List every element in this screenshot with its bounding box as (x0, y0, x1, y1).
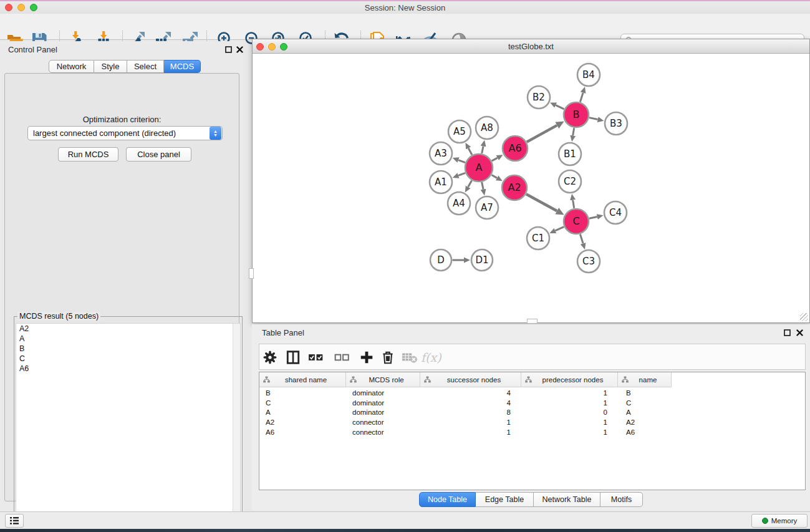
optimization-criterion-label: Optimization criterion: (5, 115, 239, 124)
sort-icon[interactable] (525, 376, 532, 383)
tab-mcds[interactable]: MCDS (164, 60, 201, 73)
graph-edge-A-A4[interactable] (468, 180, 472, 186)
network-close-icon[interactable] (256, 43, 264, 51)
table-cell: C (259, 399, 346, 407)
delete-column-button[interactable] (378, 348, 397, 367)
column-header-successor-nodes[interactable]: successor nodes (420, 372, 521, 387)
result-item[interactable]: A6 (16, 364, 240, 374)
settings-button[interactable] (261, 348, 279, 367)
table-close-icon[interactable] (794, 327, 804, 337)
table-row[interactable]: A6connector11A6 (259, 427, 805, 437)
float-panel-icon[interactable] (223, 44, 233, 54)
graph-node-label: B2 (533, 92, 545, 103)
dropdown-stepper-icon: ▲▼ (210, 127, 221, 140)
graph-edge-A-A5[interactable] (468, 148, 472, 155)
table-cell: dominator (346, 389, 420, 397)
tab-select[interactable]: Select (127, 60, 164, 73)
sort-icon[interactable] (622, 376, 629, 383)
graph-edge-C-C3[interactable] (580, 235, 583, 244)
graph-edge-A-A8[interactable] (482, 146, 483, 153)
tab-style[interactable]: Style (94, 60, 127, 73)
app-titlebar: Session: New Session (0, 1, 810, 14)
deselect-all-button[interactable] (333, 348, 352, 367)
network-canvas[interactable]: AA6A2BCA5A8A3A1A4A7B2B4B3B1C2C4C1C3DD1 (253, 54, 809, 322)
table-cell: A2 (618, 418, 672, 426)
sort-icon[interactable] (263, 376, 270, 383)
graph-edge-A-A3[interactable] (458, 160, 465, 163)
graph-node-label: C1 (532, 233, 544, 244)
result-scrollbar[interactable] (233, 324, 240, 529)
tab-edge-table[interactable]: Edge Table (476, 492, 534, 507)
close-panel-button[interactable]: Close panel (126, 147, 191, 162)
column-header-name[interactable]: name (618, 372, 672, 387)
table-row[interactable]: Bdominator41B (259, 388, 805, 398)
mcds-result-title: MCDS result (5 nodes) (17, 312, 100, 321)
add-column-button[interactable] (357, 348, 376, 367)
optimization-criterion-dropdown[interactable]: largest connected component (directed) ▲… (27, 126, 223, 140)
graph-edge-C-C4[interactable] (589, 217, 597, 219)
table-cell: 1 (521, 399, 618, 407)
graph-edge-A6-B[interactable] (527, 125, 557, 142)
sort-icon[interactable] (424, 376, 431, 383)
graph-node-label: A7 (481, 202, 493, 213)
table-float-icon[interactable] (782, 327, 792, 337)
graph-edge-B-B2[interactable] (556, 105, 564, 109)
result-item[interactable]: A2 (16, 324, 240, 334)
sort-icon[interactable] (350, 376, 357, 383)
network-graph: AA6A2BCA5A8A3A1A4A7B2B4B3B1C2C4C1C3DD1 (253, 54, 809, 322)
graph-edge-A-A1[interactable] (458, 173, 465, 175)
table-row[interactable]: Adominator80A (259, 407, 805, 417)
graph-node-label: C (572, 215, 579, 227)
tab-network[interactable]: Network (49, 60, 94, 73)
graph-node-label: A3 (435, 148, 447, 159)
mcds-result-list[interactable]: A2ABCA6 (16, 323, 241, 530)
result-item[interactable]: B (16, 344, 240, 354)
graph-edge-A2-C[interactable] (526, 194, 557, 211)
network-window-titlebar[interactable]: testGlobe.txt (253, 39, 809, 54)
select-all-icon (308, 350, 324, 365)
maximize-window-icon[interactable] (30, 4, 37, 11)
result-item[interactable]: A (16, 334, 240, 344)
run-mcds-button[interactable]: Run MCDS (58, 147, 118, 162)
network-minimize-icon[interactable] (268, 43, 276, 51)
memory-button[interactable]: Memory (751, 514, 808, 528)
network-hscrollbar[interactable] (527, 319, 538, 324)
graph-node-label: D1 (475, 254, 488, 266)
graph-edge-A-A7[interactable] (482, 182, 483, 190)
task-history-button[interactable] (5, 514, 24, 528)
table-cell: dominator (346, 399, 420, 407)
table-cell: 1 (420, 418, 521, 426)
result-item[interactable]: C (16, 354, 240, 364)
control-panel-title: Control Panel (8, 45, 57, 54)
graph-node-label: B3 (610, 118, 622, 129)
column-header-MCDS-role[interactable]: MCDS role (346, 372, 420, 387)
table-cell: connector (346, 418, 420, 426)
minimize-window-icon[interactable] (17, 4, 25, 11)
tab-network-table[interactable]: Network Table (534, 492, 600, 507)
table-cell: B (259, 389, 346, 397)
graph-edge-A-A6[interactable] (492, 158, 498, 161)
table-row[interactable]: Cdominator41C (259, 398, 805, 408)
table-row[interactable]: A2connector11A2 (259, 417, 805, 427)
tab-motifs[interactable]: Motifs (600, 492, 643, 507)
graph-edge-A-A2[interactable] (491, 175, 497, 178)
graph-edge-C-C1[interactable] (555, 227, 564, 231)
network-vscrollbar[interactable] (249, 268, 254, 279)
network-maximize-icon[interactable] (280, 43, 287, 51)
tab-node-table[interactable]: Node Table (419, 492, 476, 507)
table-cell: dominator (346, 409, 420, 416)
graph-edge-B-B3[interactable] (589, 118, 598, 120)
graph-edge-C-C2[interactable] (573, 200, 574, 208)
close-window-icon[interactable] (5, 4, 12, 11)
main-toolbar (0, 14, 810, 40)
graph-node-label: B (573, 109, 580, 120)
split-view-button[interactable] (284, 348, 302, 367)
select-all-button[interactable] (307, 348, 325, 367)
memory-status-icon (762, 518, 768, 524)
graph-edge-B-B1[interactable] (573, 128, 574, 135)
graph-edge-B-B4[interactable] (580, 93, 583, 102)
column-header-shared-name[interactable]: shared name (259, 372, 346, 387)
resize-grip-icon[interactable] (800, 313, 808, 321)
column-header-predecessor-nodes[interactable]: predecessor nodes (521, 372, 618, 387)
close-panel-icon[interactable] (234, 44, 244, 54)
